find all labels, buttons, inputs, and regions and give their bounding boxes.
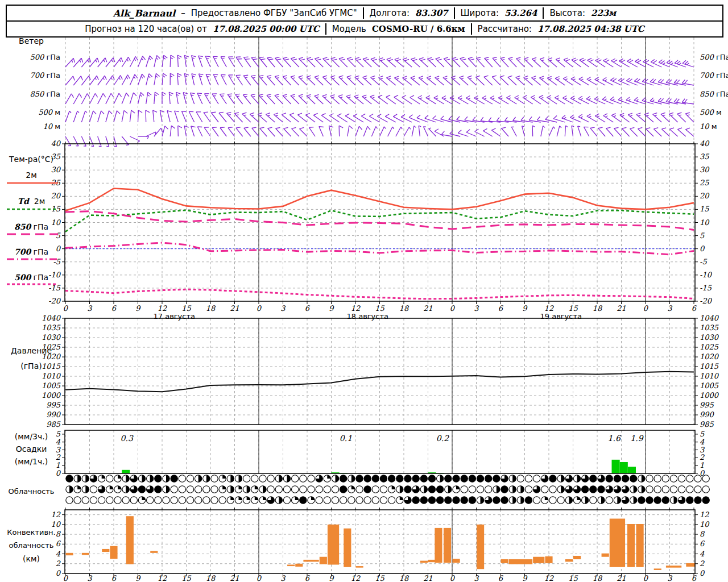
- svg-text:0.3: 0.3: [121, 434, 134, 443]
- svg-text:1005: 1005: [42, 381, 61, 390]
- pressure-panel: 1040104010351035103010301025102510201020…: [42, 314, 719, 429]
- svg-text:6: 6: [305, 304, 311, 313]
- convective-bar: [356, 566, 363, 568]
- svg-text:12: 12: [158, 574, 167, 582]
- svg-text:1015: 1015: [42, 362, 61, 371]
- svg-text:985: 985: [700, 420, 714, 429]
- svg-text:0.1: 0.1: [340, 434, 352, 443]
- wind-panel: 500 гПа500 гПа700 гПа700 гПа850 гПа850 г…: [30, 38, 728, 143]
- svg-text:-5: -5: [700, 257, 707, 266]
- precip-bar: [612, 460, 620, 473]
- svg-text:0: 0: [56, 569, 61, 577]
- svg-text:25: 25: [700, 178, 709, 187]
- svg-text:990: 990: [700, 410, 715, 419]
- svg-text:3: 3: [56, 446, 61, 454]
- convective-bar: [477, 525, 484, 569]
- convective-bar: [509, 559, 533, 564]
- svg-text:0: 0: [63, 304, 69, 313]
- svg-text:12: 12: [544, 574, 554, 582]
- svg-text:9: 9: [135, 574, 141, 582]
- svg-text:5: 5: [56, 231, 61, 240]
- svg-text:1040: 1040: [42, 314, 61, 322]
- svg-text:4: 4: [56, 438, 61, 446]
- convective-bar: [627, 524, 635, 567]
- svg-text:3: 3: [87, 574, 93, 582]
- convective-bar: [102, 549, 109, 552]
- svg-text:995: 995: [46, 401, 61, 409]
- wind-level-label: 500 м: [38, 108, 60, 117]
- wind-level-label: 850 гПа: [30, 90, 60, 98]
- svg-text:10: 10: [51, 520, 61, 529]
- wind-level-label: 850 гПа: [700, 90, 728, 98]
- svg-text:1: 1: [700, 461, 704, 469]
- convective-bar: [287, 564, 295, 566]
- convective-x-axis: 036912151821036912151821036912151821036: [63, 573, 697, 582]
- svg-text:18: 18: [206, 574, 216, 582]
- svg-text:9: 9: [329, 574, 334, 582]
- svg-text:0: 0: [700, 244, 705, 253]
- svg-text:9: 9: [135, 304, 141, 313]
- svg-text:6: 6: [305, 574, 311, 582]
- svg-text:0: 0: [643, 304, 649, 313]
- cloud-row-2: [66, 486, 710, 493]
- svg-text:21: 21: [230, 574, 239, 582]
- svg-text:6: 6: [111, 574, 117, 582]
- svg-text:18: 18: [399, 574, 410, 582]
- svg-text:3: 3: [474, 574, 479, 582]
- convective-bar: [533, 557, 544, 563]
- convective-bar: [320, 557, 327, 564]
- svg-text:0: 0: [450, 304, 456, 313]
- svg-text:15: 15: [51, 205, 60, 213]
- svg-text:12: 12: [351, 574, 361, 582]
- precip-bar: [628, 467, 636, 473]
- svg-text:-20: -20: [48, 297, 61, 305]
- svg-text:1030: 1030: [700, 333, 719, 342]
- temp-x-axis: 0369121518210369121518210369121518210361…: [63, 301, 697, 321]
- svg-text:5: 5: [56, 430, 61, 438]
- svg-text:18: 18: [206, 304, 216, 313]
- svg-text:0: 0: [257, 304, 262, 313]
- svg-text:-15: -15: [700, 284, 712, 292]
- svg-text:3: 3: [474, 304, 479, 313]
- svg-text:20: 20: [700, 192, 710, 200]
- convective-bar: [453, 559, 460, 563]
- svg-text:10: 10: [51, 218, 61, 227]
- wind-level-label: 10 м: [700, 122, 717, 131]
- convective-bar: [602, 554, 609, 557]
- convective-panel: 002244668810101212: [51, 508, 710, 577]
- svg-text:35: 35: [700, 152, 709, 161]
- svg-text:12: 12: [351, 304, 361, 313]
- svg-text:1: 1: [56, 461, 60, 469]
- convective-bar: [82, 553, 89, 555]
- svg-text:5: 5: [700, 430, 705, 438]
- svg-text:3: 3: [280, 304, 286, 313]
- cloud-row-1: [66, 475, 710, 482]
- svg-text:9: 9: [329, 304, 334, 313]
- svg-text:10: 10: [700, 520, 710, 529]
- convective-bar: [565, 559, 573, 562]
- svg-text:15: 15: [181, 574, 191, 582]
- svg-text:0: 0: [700, 569, 705, 577]
- svg-text:0: 0: [63, 574, 69, 582]
- svg-text:2: 2: [56, 453, 61, 462]
- svg-text:1035: 1035: [700, 323, 719, 332]
- svg-text:995: 995: [700, 401, 714, 409]
- svg-text:6: 6: [692, 574, 697, 582]
- svg-text:4: 4: [700, 438, 705, 446]
- svg-text:6: 6: [56, 539, 61, 548]
- svg-text:30: 30: [700, 165, 710, 174]
- cloud-row-3: [66, 497, 710, 504]
- convective-bar: [666, 566, 681, 567]
- svg-text:18: 18: [593, 574, 603, 582]
- svg-text:30: 30: [51, 165, 61, 174]
- svg-text:3: 3: [667, 304, 673, 313]
- svg-text:9: 9: [522, 574, 528, 582]
- svg-text:15: 15: [181, 304, 191, 313]
- svg-text:12: 12: [51, 510, 60, 519]
- svg-text:40: 40: [51, 139, 61, 148]
- svg-text:1010: 1010: [42, 372, 61, 380]
- svg-text:1020: 1020: [42, 352, 61, 361]
- convective-bar: [428, 560, 436, 562]
- svg-text:0: 0: [643, 574, 649, 582]
- precip-bar: [620, 462, 628, 473]
